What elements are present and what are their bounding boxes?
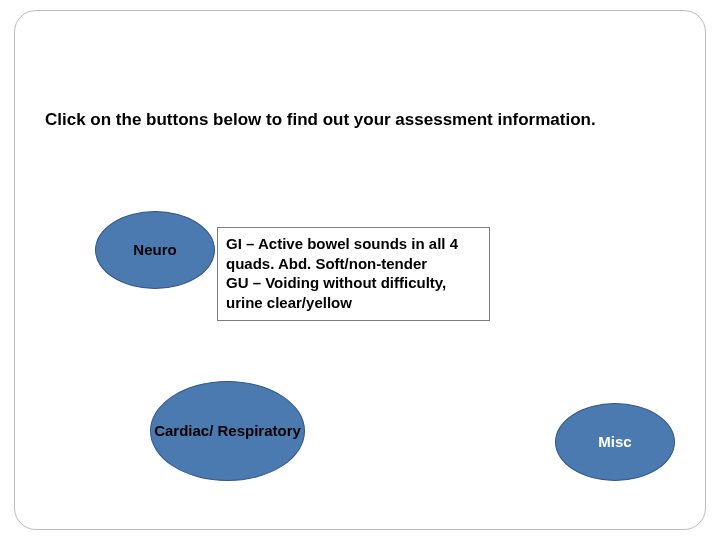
misc-button[interactable]: Misc [555, 403, 675, 481]
cardiac-respiratory-button[interactable]: Cardiac/ Respiratory [150, 381, 305, 481]
slide-frame: Click on the buttons below to find out y… [14, 10, 706, 530]
neuro-button-label: Neuro [133, 241, 176, 260]
neuro-button[interactable]: Neuro [95, 211, 215, 289]
assessment-info-box: GI – Active bowel sounds in all 4 quads.… [217, 227, 490, 321]
instruction-text: Click on the buttons below to find out y… [45, 109, 705, 131]
cardiac-respiratory-button-label: Cardiac/ Respiratory [154, 422, 301, 441]
misc-button-label: Misc [598, 433, 631, 452]
